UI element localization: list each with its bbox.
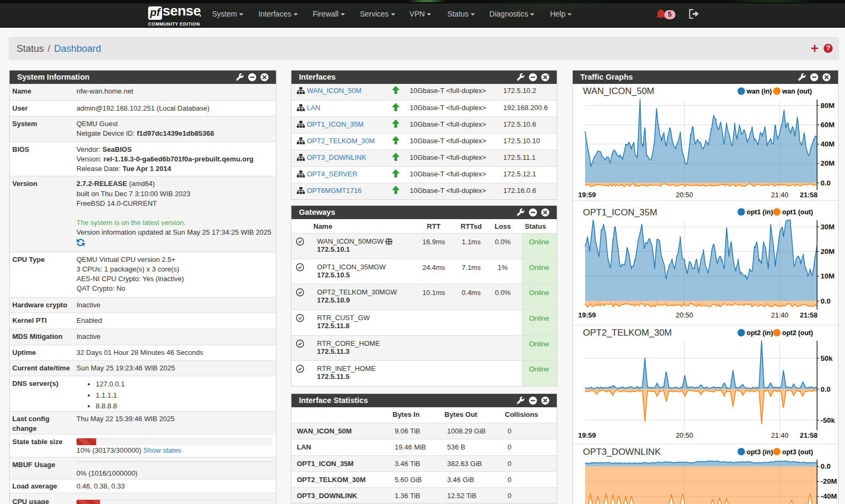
svg-text:opt2 (in): opt2 (in): [747, 329, 773, 337]
svg-text:OPT2_TELKOM_30M: OPT2_TELKOM_30M: [583, 328, 672, 338]
svg-text:-40M: -40M: [820, 492, 837, 500]
svg-text:WAN_ICON_50M: WAN_ICON_50M: [583, 86, 655, 96]
svg-text:opt1 (in): opt1 (in): [747, 208, 773, 216]
svg-text:19:59: 19:59: [578, 431, 596, 439]
svg-text:19:59: 19:59: [578, 191, 596, 199]
svg-text:40M: 40M: [820, 140, 834, 148]
svg-text:opt2 (out): opt2 (out): [782, 329, 813, 337]
svg-text:opt1 (out): opt1 (out): [782, 208, 813, 216]
svg-text:OPT3_DOWNLINK: OPT3_DOWNLINK: [583, 447, 661, 457]
svg-text:0.0: 0.0: [820, 297, 831, 305]
svg-text:21:40: 21:40: [771, 191, 789, 199]
svg-text:-50k: -50k: [820, 416, 835, 424]
svg-text:19:59: 19:59: [578, 311, 596, 319]
svg-text:21:58: 21:58: [800, 311, 817, 319]
svg-text:20:50: 20:50: [676, 191, 694, 199]
svg-text:20M: 20M: [820, 159, 834, 167]
svg-text:20:50: 20:50: [676, 311, 694, 319]
svg-text:80M: 80M: [820, 102, 834, 110]
svg-text:21:40: 21:40: [771, 311, 789, 319]
svg-text:60M: 60M: [820, 121, 834, 129]
svg-text:21:58: 21:58: [800, 431, 817, 439]
svg-text:20M: 20M: [820, 247, 834, 255]
svg-text:OPT1_ICON_35M: OPT1_ICON_35M: [583, 207, 657, 218]
svg-text:50k: 50k: [820, 354, 833, 362]
svg-text:wan (out): wan (out): [782, 88, 812, 95]
svg-text:21:40: 21:40: [771, 431, 789, 439]
svg-text:opt3 (out): opt3 (out): [782, 448, 813, 456]
svg-text:21:58: 21:58: [800, 191, 817, 199]
svg-text:20:50: 20:50: [676, 431, 694, 439]
svg-text:0.0: 0.0: [820, 462, 831, 470]
svg-text:wan (in): wan (in): [746, 88, 772, 95]
svg-text:0.0: 0.0: [820, 179, 831, 187]
svg-text:-20M: -20M: [820, 477, 837, 485]
svg-text:opt3 (in): opt3 (in): [747, 448, 773, 456]
svg-text:10M: 10M: [820, 272, 834, 280]
svg-text:0.0: 0.0: [820, 385, 831, 393]
svg-text:30M: 30M: [820, 223, 834, 231]
